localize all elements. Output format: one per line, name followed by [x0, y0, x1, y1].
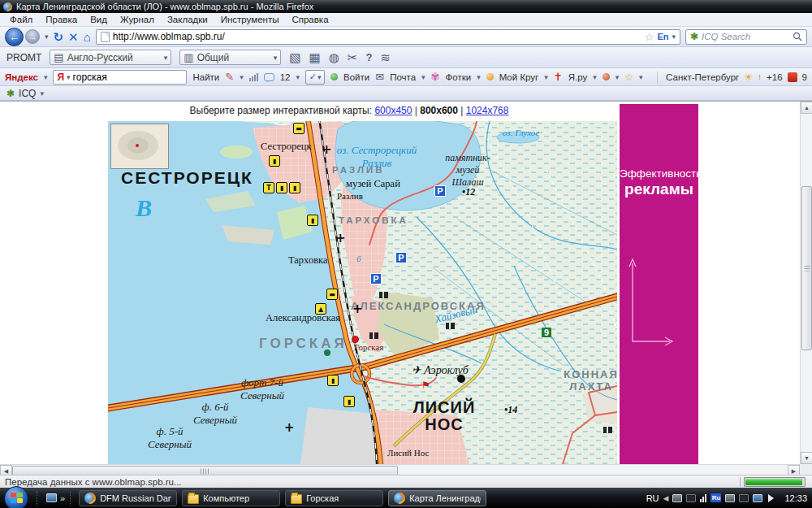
display-tray-icon[interactable]: [725, 494, 735, 502]
tray-collapse-icon[interactable]: ◀: [663, 494, 669, 502]
dot-black-icon: [457, 375, 465, 383]
clock[interactable]: 12:33: [784, 493, 807, 503]
lang-badge[interactable]: En: [657, 32, 668, 41]
weather-icon: ☀: [744, 72, 753, 83]
hotel-icon: ▬: [326, 289, 338, 300]
save-icon[interactable]: ▦: [309, 51, 321, 63]
map-size-link[interactable]: 600x450: [374, 105, 412, 116]
calendar-icon[interactable]: [788, 72, 797, 82]
map-label: ф. 6-й Северный: [176, 401, 254, 427]
signal-tray-icon[interactable]: [700, 494, 706, 502]
punto-tray-icon[interactable]: Ru: [710, 493, 721, 502]
chevron-down-icon[interactable]: ▾: [477, 73, 481, 81]
ad-banner[interactable]: Эффективность рекламы: [620, 104, 698, 464]
home-button[interactable]: ⌂: [84, 31, 91, 43]
yandex-brand[interactable]: Яндекс: [5, 72, 38, 82]
promt-direction-value: Англо-Русский: [67, 52, 161, 63]
chevron-down-icon[interactable]: ▾: [44, 73, 48, 81]
weather-city[interactable]: Санкт-Петербург: [666, 72, 739, 82]
chevron-down-icon[interactable]: ▾: [40, 89, 44, 98]
scroll-up-icon[interactable]: ▲: [801, 102, 812, 114]
bookmark-star-icon[interactable]: ☆: [645, 31, 654, 43]
camp-icon: ▲: [315, 303, 326, 315]
yandex-login-link[interactable]: Войти: [343, 72, 369, 82]
translate-page-icon[interactable]: ▧: [289, 51, 300, 63]
app-tray-icon[interactable]: [686, 494, 696, 502]
volume-tray-icon[interactable]: [768, 494, 778, 502]
firefox-icon: [3, 2, 12, 11]
yandex-yaru-link[interactable]: Я.ру: [568, 72, 588, 82]
chevron-down-icon[interactable]: ▾: [593, 73, 597, 81]
history-dropdown-icon[interactable]: ▾: [45, 33, 49, 41]
calendar-day: 9: [802, 72, 807, 82]
options-icon[interactable]: ≋: [380, 51, 391, 63]
vertical-scrollbar[interactable]: ▲ ▼: [800, 102, 812, 464]
icq-search-box[interactable]: ✽ ICQ Search: [685, 29, 807, 45]
search-icon[interactable]: [793, 32, 802, 41]
url-input[interactable]: [113, 31, 641, 42]
quick-launch-more[interactable]: »: [60, 493, 65, 503]
monitor-tray-icon[interactable]: [672, 494, 682, 502]
page-icon: [101, 32, 110, 42]
folder-icon: [291, 494, 302, 504]
quick-launch-icon[interactable]: [46, 493, 57, 502]
taskbar-button[interactable]: Компьютер: [182, 490, 280, 506]
star-service-icon[interactable]: ☆: [624, 72, 633, 82]
chevron-down-icon[interactable]: ▾: [615, 73, 620, 81]
scroll-down-icon[interactable]: ▼: [801, 452, 812, 464]
chevron-down-icon[interactable]: ▾: [296, 73, 300, 81]
chevron-down-icon[interactable]: ▾: [240, 73, 244, 81]
pencil-icon[interactable]: ✎: [225, 72, 234, 82]
gas-icon: ▮: [307, 215, 318, 226]
network-tray-icon[interactable]: [753, 494, 762, 502]
yandex-photos-link[interactable]: Фотки: [446, 72, 472, 82]
taskbar-button[interactable]: DFM Russian Dance ...: [79, 490, 177, 506]
map-size-link[interactable]: 1024x768: [466, 105, 509, 116]
stop-button[interactable]: ✕: [68, 31, 79, 43]
chevron-down-icon[interactable]: ▾: [421, 73, 425, 81]
menu-item[interactable]: Справка: [285, 14, 335, 25]
menu-item[interactable]: Закладки: [161, 14, 214, 25]
back-button[interactable]: ←: [5, 28, 24, 46]
scissors-icon[interactable]: ✂: [348, 51, 358, 63]
promt-template-select[interactable]: ▥ Общий ▾: [179, 50, 281, 65]
chevron-down-icon[interactable]: ▾: [67, 73, 71, 81]
power-tray-icon[interactable]: [739, 494, 749, 502]
reload-button[interactable]: ↻: [54, 31, 64, 43]
spellcheck-button[interactable]: ✓▾: [305, 70, 325, 85]
yandex-find-button[interactable]: Найти: [192, 72, 219, 82]
menu-item[interactable]: Вид: [84, 14, 114, 25]
icq-flower-icon: ✽: [690, 32, 698, 41]
menu-item[interactable]: Правка: [39, 14, 84, 25]
menu-item[interactable]: Журнал: [114, 14, 161, 25]
chevron-down-icon[interactable]: ▾: [544, 73, 548, 81]
url-bar[interactable]: ☆ En ▾: [96, 29, 680, 45]
comments-bubble-icon[interactable]: [264, 73, 274, 81]
map-label: Александровская: [266, 312, 340, 324]
vertical-scroll-thumb[interactable]: [801, 186, 812, 350]
promt-direction-select[interactable]: ▤ Англо-Русский ▾: [50, 50, 171, 65]
taskbar-button[interactable]: Карта Ленинградск...: [388, 490, 486, 506]
globe-icon[interactable]: ◍: [329, 51, 339, 63]
map-image[interactable]: СЕСТРОРЕЦКВСестрорецкоз. Сестрорецкий Ра…: [108, 121, 617, 464]
screen: Карта Ленинградской области (ЛО) - www.o…: [0, 0, 812, 508]
extra-service-icon[interactable]: [603, 73, 610, 80]
forward-button[interactable]: →: [25, 29, 40, 44]
url-dropdown-icon[interactable]: ▾: [672, 33, 676, 41]
chevron-down-icon[interactable]: ▾: [639, 73, 643, 81]
yandex-mail-link[interactable]: Почта: [390, 72, 416, 82]
comments-count[interactable]: 12: [280, 72, 291, 82]
temp-up-icon: ↑: [758, 72, 762, 81]
location-dot: [136, 144, 139, 147]
taskbar-button[interactable]: Горская: [285, 490, 383, 506]
language-indicator[interactable]: RU: [646, 493, 659, 503]
menu-item[interactable]: Инструменты: [214, 14, 286, 25]
icq-search-placeholder[interactable]: ICQ Search: [702, 32, 789, 41]
yandex-mycircle-link[interactable]: Мой Круг: [499, 72, 539, 82]
start-button[interactable]: [4, 486, 28, 508]
yandex-search-box[interactable]: Я ▾: [53, 70, 187, 85]
icq-brand[interactable]: ICQ: [19, 88, 36, 99]
yandex-search-input[interactable]: [73, 72, 199, 83]
help-icon[interactable]: ?: [365, 52, 372, 63]
menu-item[interactable]: Файл: [3, 14, 39, 25]
